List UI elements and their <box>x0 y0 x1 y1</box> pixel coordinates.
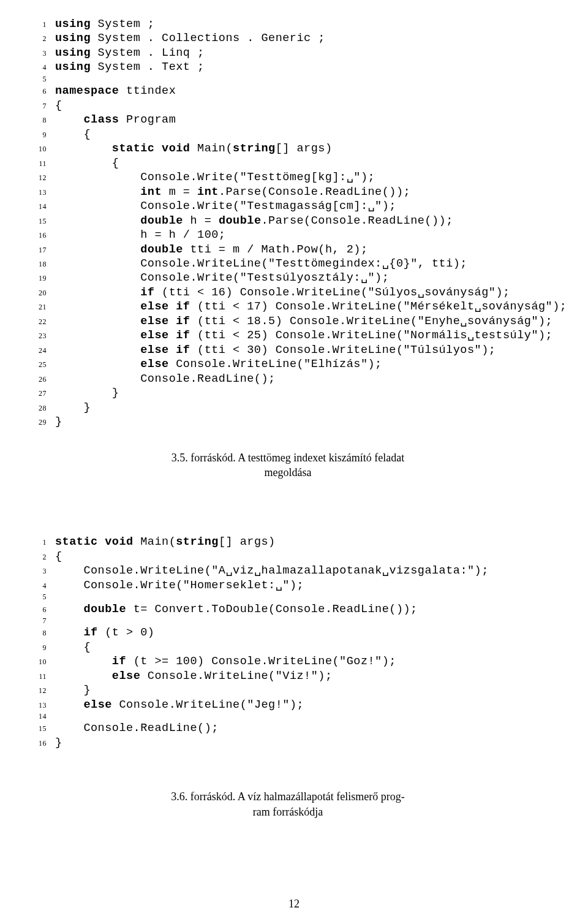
code-listing-1-line: 27 } <box>31 386 545 400</box>
code-listing-2-line: 10 if (t >= 100) Console.WriteLine("Goz!… <box>31 654 545 668</box>
line-number: 14 <box>31 712 47 721</box>
line-number: 4 <box>31 63 47 72</box>
line-number: 24 <box>31 346 47 355</box>
code-text: { <box>55 127 91 142</box>
code-listing-1-line: 18 Console.WriteLine("Testtömegindex:␣{0… <box>31 257 545 271</box>
code-listing-2-line: 16} <box>31 736 545 750</box>
code-text: double t= Convert.ToDouble(Console.ReadL… <box>55 602 418 616</box>
caption-1-line2: megoldása <box>129 465 447 480</box>
code-listing-1-line: 28 } <box>31 401 545 415</box>
code-listing-1-line: 14 Console.Write("Testmagasság[cm]:␣"); <box>31 199 545 213</box>
caption-2-line2: ram forráskódja <box>129 805 447 819</box>
line-number: 8 <box>31 116 47 125</box>
caption-2-line1: 3.6. forráskód. A víz halmazállapotát fe… <box>171 790 404 803</box>
code-listing-2-line: 12 } <box>31 683 545 697</box>
line-number: 3 <box>31 49 47 58</box>
page: 1using System ;2using System . Collectio… <box>0 0 588 924</box>
line-number: 27 <box>31 389 47 398</box>
code-text: else Console.WriteLine("Viz!"); <box>55 669 333 683</box>
code-listing-1-line: 19 Console.Write("Testsúlyosztály:␣"); <box>31 271 545 285</box>
line-number: 17 <box>31 246 47 255</box>
caption-1: 3.5. forráskód. A testtömeg indexet kisz… <box>129 450 447 480</box>
caption-1-line1: 3.5. forráskód. A testtömeg indexet kisz… <box>172 452 404 464</box>
code-text: if (tti < 16) Console.WriteLine("Súlyos␣… <box>55 286 510 300</box>
line-number: 28 <box>31 404 47 413</box>
code-text: else if (tti < 18.5) Console.WriteLine("… <box>55 314 552 328</box>
code-listing-2-line: 5 <box>31 593 545 602</box>
line-number: 12 <box>31 173 47 183</box>
code-text: else if (tti < 25) Console.WriteLine("No… <box>55 328 552 343</box>
caption-2: 3.6. forráskód. A víz halmazállapotát fe… <box>129 789 447 819</box>
code-listing-2-line: 14 <box>31 712 545 721</box>
line-number: 1 <box>31 538 47 547</box>
code-text: namespace ttindex <box>55 84 176 98</box>
code-text: static void Main(string[] args) <box>55 535 276 549</box>
code-text: using System . Collections . Generic ; <box>55 31 325 45</box>
line-number: 9 <box>31 131 47 140</box>
line-number: 20 <box>31 289 47 298</box>
line-number: 23 <box>31 331 47 341</box>
code-text: using System . Linq ; <box>55 46 205 60</box>
code-listing-2-line: 15 Console.ReadLine(); <box>31 721 545 735</box>
line-number: 2 <box>31 553 47 562</box>
line-number: 6 <box>31 87 47 96</box>
code-listing-2-line: 9 { <box>31 640 545 654</box>
code-text: Console.Write("Testtömeg[kg]:␣"); <box>55 170 375 184</box>
line-number: 11 <box>31 159 47 169</box>
code-text: if (t >= 100) Console.WriteLine("Goz!"); <box>55 654 396 668</box>
code-listing-1-line: 8 class Program <box>31 113 545 127</box>
code-listing-2: 1static void Main(string[] args)2{3 Cons… <box>31 535 545 750</box>
code-text: { <box>55 550 62 564</box>
line-number: 10 <box>31 657 47 667</box>
line-number: 6 <box>31 605 47 615</box>
line-number: 2 <box>31 34 47 44</box>
line-number: 19 <box>31 274 47 283</box>
code-listing-1-line: 9 { <box>31 127 545 142</box>
code-listing-2-line: 2{ <box>31 550 545 564</box>
line-number: 9 <box>31 643 47 653</box>
code-listing-1-line: 16 h = h / 100; <box>31 228 545 242</box>
code-listing-2-line: 3 Console.WriteLine("A␣viz␣halmazallapot… <box>31 564 545 578</box>
code-text: class Program <box>55 113 176 127</box>
code-text: if (t > 0) <box>55 626 154 640</box>
line-number: 26 <box>31 375 47 384</box>
line-number: 25 <box>31 360 47 369</box>
code-listing-1-line: 23 else if (tti < 25) Console.WriteLine(… <box>31 328 545 343</box>
line-number: 21 <box>31 303 47 312</box>
code-text: } <box>55 736 62 750</box>
line-number: 29 <box>31 418 47 427</box>
line-number: 15 <box>31 217 47 226</box>
code-listing-1-line: 11 { <box>31 156 545 170</box>
line-number: 18 <box>31 260 47 269</box>
code-listing-1-line: 4using System . Text ; <box>31 60 545 74</box>
line-number: 11 <box>31 672 47 681</box>
code-text: using System . Text ; <box>55 60 205 74</box>
code-text: else if (tti < 17) Console.WriteLine("Mé… <box>55 300 567 314</box>
line-number: 5 <box>31 75 47 84</box>
line-number: 15 <box>31 724 47 733</box>
code-text: h = h / 100; <box>55 228 225 242</box>
code-listing-1-line: 6namespace ttindex <box>31 84 545 98</box>
code-listing-1-line: 10 static void Main(string[] args) <box>31 142 545 156</box>
code-listing-1: 1using System ;2using System . Collectio… <box>31 17 545 430</box>
code-text: } <box>55 386 119 400</box>
line-number: 7 <box>31 616 47 626</box>
code-listing-2-line: 11 else Console.WriteLine("Viz!"); <box>31 669 545 683</box>
code-text: else Console.WriteLine("Jeg!"); <box>55 698 304 712</box>
code-text: } <box>55 415 62 429</box>
code-listing-2-line: 7 <box>31 616 545 626</box>
code-listing-1-line: 21 else if (tti < 17) Console.WriteLine(… <box>31 300 545 314</box>
line-number: 1 <box>31 20 47 29</box>
code-text: else if (tti < 30) Console.WriteLine("Tú… <box>55 343 496 357</box>
code-text: Console.Write("Testmagasság[cm]:␣"); <box>55 199 396 213</box>
line-number: 22 <box>31 317 47 327</box>
line-number: 12 <box>31 686 47 695</box>
line-number: 10 <box>31 145 47 154</box>
line-number: 7 <box>31 102 47 111</box>
code-listing-1-line: 3using System . Linq ; <box>31 46 545 60</box>
code-listing-1-line: 24 else if (tti < 30) Console.WriteLine(… <box>31 343 545 357</box>
code-text: Console.ReadLine(); <box>55 721 219 735</box>
code-text: else Console.WriteLine("Elhízás"); <box>55 357 382 371</box>
code-listing-1-line: 13 int m = int.Parse(Console.ReadLine())… <box>31 185 545 199</box>
code-listing-2-line: 13 else Console.WriteLine("Jeg!"); <box>31 698 545 712</box>
